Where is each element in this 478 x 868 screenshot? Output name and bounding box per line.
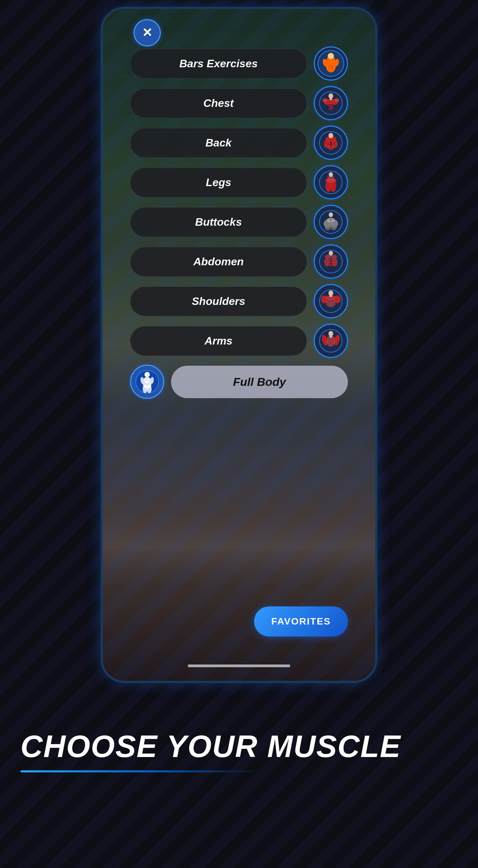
legs-button[interactable]: Legs (130, 168, 307, 197)
abdomen-icon (314, 244, 348, 279)
menu-list: Bars Exercises (103, 46, 375, 399)
menu-row-back: Back (130, 126, 348, 160)
shoulders-icon (314, 284, 348, 318)
svg-point-41 (331, 226, 337, 230)
svg-point-59 (326, 299, 336, 307)
svg-point-24 (328, 133, 333, 138)
svg-point-61 (328, 291, 333, 296)
bars-exercises-button[interactable]: Bars Exercises (130, 49, 307, 79)
buttocks-icon (314, 205, 348, 239)
svg-point-50 (324, 258, 329, 267)
svg-point-77 (147, 385, 152, 393)
full-body-icon (130, 365, 164, 399)
svg-point-14 (323, 98, 327, 102)
back-button[interactable]: Back (130, 128, 307, 158)
svg-rect-33 (327, 177, 335, 181)
bottom-section: CHOOSE YOUR MUSCLE (0, 690, 478, 868)
buttocks-button[interactable]: Buttocks (130, 207, 307, 237)
home-indicator (188, 664, 290, 667)
svg-point-42 (329, 212, 333, 217)
svg-point-51 (333, 258, 337, 267)
phone-frame: ✕ Bars Exercises (101, 7, 377, 683)
svg-rect-48 (329, 264, 331, 266)
full-body-row: Full Body (130, 365, 348, 399)
svg-rect-69 (330, 335, 332, 338)
choose-title: CHOOSE YOUR MUSCLE (20, 730, 401, 764)
svg-point-40 (325, 226, 331, 230)
legs-icon (314, 165, 348, 199)
phone-screen: ✕ Bars Exercises (103, 9, 375, 681)
menu-row-shoulders: Shoulders (130, 284, 348, 318)
shoulders-button[interactable]: Shoulders (130, 286, 307, 316)
svg-point-76 (143, 385, 147, 393)
svg-rect-44 (329, 258, 331, 261)
full-body-button[interactable]: Full Body (171, 366, 348, 398)
chest-icon (314, 86, 348, 120)
svg-point-34 (329, 172, 333, 177)
bars-exercises-icon (314, 46, 348, 81)
menu-row-abdomen: Abdomen (130, 244, 348, 279)
abdomen-button[interactable]: Abdomen (130, 247, 307, 277)
close-button[interactable]: ✕ (133, 19, 161, 46)
menu-row-legs: Legs (130, 165, 348, 199)
svg-rect-46 (329, 261, 331, 263)
favorites-button[interactable]: FAVORITES (254, 606, 348, 636)
choose-underline (20, 770, 259, 772)
svg-point-17 (328, 93, 333, 99)
menu-row-buttocks: Buttocks (130, 205, 348, 239)
close-icon: ✕ (142, 27, 152, 39)
chest-button[interactable]: Chest (130, 88, 307, 118)
menu-row-bars: Bars Exercises (130, 46, 348, 81)
svg-point-54 (329, 251, 333, 256)
arms-button[interactable]: Arms (130, 326, 307, 356)
back-icon (314, 126, 348, 160)
svg-point-5 (328, 53, 334, 59)
menu-row-chest: Chest (130, 86, 348, 120)
menu-row-arms: Arms (130, 324, 348, 358)
svg-point-15 (335, 98, 339, 102)
arms-icon (314, 324, 348, 358)
svg-point-71 (144, 372, 150, 377)
